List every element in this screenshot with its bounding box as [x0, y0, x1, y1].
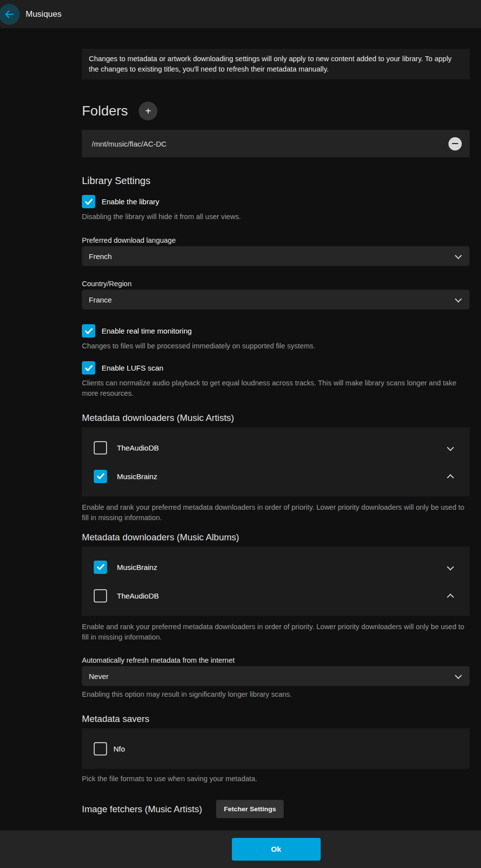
musicbrainz-artists-checkbox[interactable] [94, 470, 107, 483]
preferred-language-value: French [89, 252, 112, 261]
enable-library-description: Disabling the library will hide it from … [82, 212, 470, 222]
downloaders-albums-description: Enable and rank your preferred metadata … [82, 622, 470, 642]
nfo-checkbox[interactable] [94, 742, 107, 755]
page-title: Musiques [26, 9, 62, 19]
auto-refresh-select[interactable]: Never [82, 666, 470, 686]
check-icon [85, 364, 93, 372]
metadata-savers-description: Pick the file formats to use when saving… [82, 774, 470, 784]
back-button[interactable] [0, 4, 20, 25]
downloaders-artists-description: Enable and rank your preferred metadata … [82, 502, 470, 523]
image-fetchers-row: Image fetchers (Music Artists) Fetcher S… [82, 800, 470, 818]
enable-library-row: Enable the library [82, 195, 470, 208]
preferred-language-label: Preferred download language [82, 236, 470, 244]
chevron-down-icon[interactable] [447, 444, 454, 451]
check-icon [85, 327, 93, 335]
auto-refresh-description: Enabling this option may result in signi… [82, 689, 470, 700]
chevron-down-icon [455, 296, 462, 302]
image-fetchers-label: Image fetchers (Music Artists) [82, 804, 202, 815]
realtime-monitoring-checkbox[interactable] [82, 324, 95, 338]
library-settings-heading: Library Settings [82, 175, 470, 187]
downloader-row: TheAudioDB [94, 581, 458, 610]
lufs-scan-row: Enable LUFS scan [82, 361, 470, 375]
auto-refresh-label: Automatically refresh metadata from the … [82, 656, 470, 664]
lufs-scan-description: Clients can normalize audio playback to … [82, 378, 457, 399]
downloader-label: MusicBrainz [117, 472, 157, 481]
downloaders-albums-panel: MusicBrainz TheAudioDB [82, 547, 470, 616]
add-folder-button[interactable]: + [139, 102, 157, 120]
downloader-row: TheAudioDB [94, 433, 458, 462]
downloader-label: TheAudioDB [117, 444, 159, 452]
enable-library-label: Enable the library [102, 197, 159, 206]
theaudiodb-artists-checkbox[interactable] [94, 441, 107, 454]
realtime-monitoring-row: Enable real time monitoring [82, 324, 470, 338]
downloader-row: MusicBrainz [94, 553, 458, 581]
ok-button[interactable]: Ok [232, 838, 321, 861]
country-label: Country/Region [82, 280, 470, 288]
folder-path: /mnt/music/flac/AC-DC [92, 140, 167, 148]
metadata-savers-heading: Metadata savers [82, 714, 470, 724]
check-icon [97, 563, 105, 571]
theaudiodb-albums-checkbox[interactable] [94, 589, 107, 603]
chevron-down-icon [455, 672, 462, 679]
country-value: France [89, 296, 112, 304]
saver-row: Nfo [94, 734, 458, 763]
chevron-down-icon [455, 252, 462, 259]
chevron-down-icon[interactable] [447, 564, 454, 570]
downloader-label: TheAudioDB [117, 592, 159, 600]
auto-refresh-value: Never [89, 672, 109, 680]
enable-library-checkbox[interactable] [82, 195, 95, 208]
folder-list-item[interactable]: /mnt/music/flac/AC-DC [82, 130, 470, 157]
lufs-scan-label: Enable LUFS scan [102, 364, 163, 372]
fetcher-settings-button[interactable]: Fetcher Settings [216, 800, 284, 818]
plus-icon: + [146, 106, 151, 116]
app-header: Musiques [0, 0, 481, 28]
chevron-up-icon[interactable] [447, 474, 454, 481]
downloaders-albums-heading: Metadata downloaders (Music Albums) [82, 532, 470, 543]
check-icon [85, 198, 93, 206]
country-select[interactable]: France [82, 290, 470, 309]
realtime-monitoring-description: Changes to files will be processed immed… [82, 341, 470, 351]
remove-folder-button[interactable] [448, 137, 462, 151]
downloader-label: MusicBrainz [117, 563, 157, 571]
metadata-savers-panel: Nfo [82, 728, 470, 769]
form-footer: Ok [0, 830, 481, 868]
folders-heading: Folders [82, 103, 128, 119]
downloaders-artists-panel: TheAudioDB MusicBrainz [82, 427, 470, 496]
metadata-notice: Changes to metadata or artwork downloadi… [82, 49, 470, 79]
downloaders-artists-heading: Metadata downloaders (Music Artists) [82, 413, 470, 423]
lufs-scan-checkbox[interactable] [82, 361, 95, 375]
chevron-up-icon[interactable] [447, 594, 454, 601]
saver-label: Nfo [113, 745, 125, 753]
downloader-row: MusicBrainz [94, 462, 458, 491]
preferred-language-select[interactable]: French [82, 246, 470, 266]
realtime-monitoring-label: Enable real time monitoring [102, 327, 192, 335]
musicbrainz-albums-checkbox[interactable] [94, 561, 107, 574]
settings-form: Changes to metadata or artwork downloadi… [0, 28, 481, 830]
check-icon [97, 472, 105, 480]
arrow-left-icon [4, 9, 15, 20]
minus-icon [452, 143, 458, 145]
